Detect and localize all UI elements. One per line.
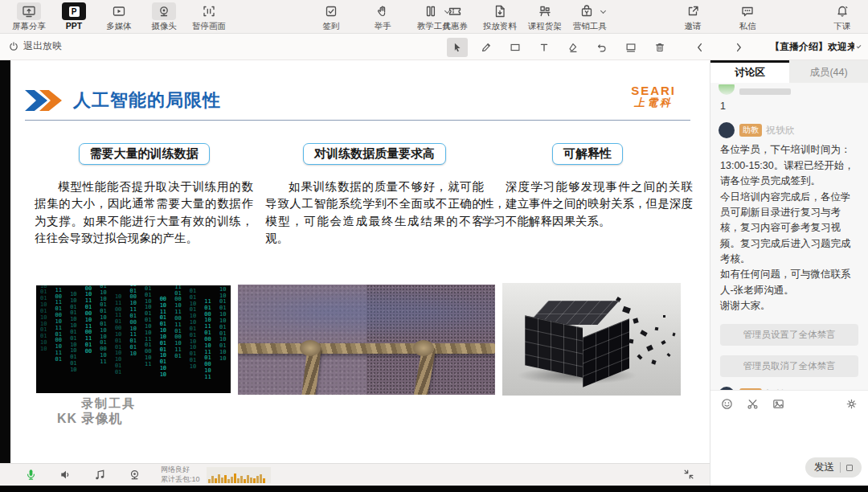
bottom-letterbox-strip: [0, 486, 868, 492]
next-slide-button[interactable]: [728, 38, 749, 57]
multimedia-label: 多媒体: [106, 21, 132, 32]
chat-message: 助教 祝轶欣 各位学员，下午培训时间为：13:00-15:30。课程已经开始，请…: [719, 122, 860, 314]
coupon-icon: [443, 2, 467, 20]
image-button[interactable]: [772, 397, 785, 414]
heading-box: 可解释性: [552, 143, 623, 165]
top-toolbar: 屏幕分享 P PPT 多媒体 摄像头: [0, 0, 868, 34]
send-label: 发送: [814, 461, 834, 474]
marketing-tools-label: 营销工具: [573, 21, 607, 32]
pause-screen-label: 暂停画面: [192, 21, 226, 32]
whiteboard-icon: [624, 41, 637, 54]
chat-input-area: 发送: [710, 391, 868, 486]
rope-knot: [413, 340, 434, 356]
board-tool[interactable]: [620, 38, 641, 57]
smiley-icon: [720, 397, 734, 411]
course-shelf-icon: [533, 2, 557, 20]
webcam-button[interactable]: [128, 468, 141, 482]
undo-icon: [596, 41, 608, 54]
materials-button[interactable]: 投放资料: [479, 2, 521, 32]
send-options-button[interactable]: [846, 465, 853, 471]
check-in-button[interactable]: 签到: [310, 2, 352, 32]
direct-message-button[interactable]: 私信: [727, 2, 768, 32]
invite-button[interactable]: 邀请: [672, 2, 714, 32]
end-class-label: 下课: [834, 21, 851, 32]
marketing-tools-button[interactable]: 营销工具: [569, 2, 611, 32]
heading-box: 对训练数据质量要求高: [303, 143, 446, 165]
coupon-label: 优惠券: [442, 21, 468, 32]
tab-discussion[interactable]: 讨论区: [710, 60, 789, 83]
marketing-tool-group: 优惠券 投放资料 课程货架 营销工具: [434, 2, 611, 32]
live-room-title-bar[interactable]: 【直播介绍】欢迎来到上海电器...: [770, 34, 860, 60]
rope-knot: [300, 340, 321, 356]
network-status-line: 网络良好: [161, 465, 200, 475]
slide-title: 人工智能的局限性: [73, 88, 221, 113]
undo-tool[interactable]: [592, 38, 612, 57]
invite-label: 邀请: [685, 21, 702, 32]
prev-slide-button[interactable]: [690, 38, 710, 57]
slide-column-2: 对训练数据质量要求高 如果训练数据的质量不够好，就可能导致人工智能系统学到不全面…: [265, 143, 484, 248]
rectangle-tool[interactable]: [505, 38, 526, 57]
course-shelf-button[interactable]: 课程货架: [524, 2, 566, 32]
rope-image-haze: [238, 285, 495, 345]
emoji-button[interactable]: [720, 397, 734, 414]
marketing-tools-icon: [575, 2, 599, 20]
send-button[interactable]: 发送: [805, 457, 862, 478]
column-body: 深度学习能够发现事件之间的关联性，建立事件之间的映射关系，但是深度学习不能解释因…: [482, 178, 693, 230]
column-body: 模型性能能否提升取决于训练用的数据集的大小，因此通常需要大量的数据作为支撑。如果…: [35, 178, 253, 248]
text-icon: [538, 41, 551, 54]
screen-share-button[interactable]: 屏幕分享: [8, 2, 50, 32]
ppt-icon: P: [62, 2, 86, 20]
network-status: 网络良好 累计丢包:10: [161, 465, 200, 484]
exit-slideshow-label: 退出放映: [23, 39, 62, 53]
text-tool[interactable]: [534, 38, 555, 57]
annotation-toolbar: [447, 36, 749, 58]
chat-settings-button[interactable]: [845, 397, 858, 414]
eraser-icon: [567, 41, 579, 54]
exit-fullscreen-button[interactable]: [682, 468, 695, 484]
camera-button[interactable]: 摄像头: [143, 2, 185, 32]
chat-tabs: 讨论区 成员(44): [710, 60, 868, 83]
trash-icon: [653, 41, 666, 54]
multimedia-icon: [107, 2, 131, 20]
tab-members[interactable]: 成员(44): [789, 60, 868, 83]
system-message: 管理员设置了全体禁言: [720, 324, 858, 346]
title-divider: [25, 120, 690, 121]
exit-slideshow-button[interactable]: 退出放映: [8, 39, 62, 53]
slide-navigation: [690, 38, 749, 57]
raise-hand-label: 举手: [375, 21, 391, 32]
rectangle-icon: [509, 41, 522, 54]
trash-tool[interactable]: [649, 38, 670, 57]
end-class-button[interactable]: 下课: [821, 2, 863, 32]
watermark-line2: KK 录像机: [57, 411, 136, 426]
raise-hand-button[interactable]: 举手: [362, 2, 403, 32]
check-in-icon: [319, 2, 343, 20]
interaction-tool-group: 签到 举手 教学工具: [310, 2, 455, 32]
screen-share-icon: [17, 2, 41, 20]
rope-comparison-image: [238, 285, 495, 395]
multimedia-button[interactable]: 多媒体: [98, 2, 140, 32]
ppt-button[interactable]: P PPT: [53, 2, 95, 32]
course-shelf-label: 课程货架: [528, 21, 562, 32]
screenshot-button[interactable]: [746, 397, 760, 414]
binary-matrix-image: 0110100101100110100101101010110011010010…: [36, 285, 231, 393]
presentation-area: 人工智能的局限性 SEARI 上電科 需要大量的训练数据 模型性能能否提升取决于…: [0, 60, 710, 463]
background-music-button[interactable]: [93, 468, 107, 482]
live-room-title: 【直播介绍】欢迎来到上海电器...: [770, 40, 854, 54]
pen-tool[interactable]: [476, 38, 497, 57]
coupon-button[interactable]: 优惠券: [434, 2, 476, 32]
column-body: 如果训练数据的质量不够好，就可能导致人工智能系统学到不全面或不正确的模型，可能会…: [265, 178, 484, 248]
pause-screen-button[interactable]: 暂停画面: [188, 2, 230, 32]
slide-column-1: 需要大量的训练数据 模型性能能否提升取决于训练用的数据集的大小，因此通常需要大量…: [35, 143, 253, 248]
chat-input-toolbar: [710, 391, 868, 420]
microphone-button[interactable]: [24, 468, 38, 482]
webcam-icon: [128, 468, 141, 482]
select-tool[interactable]: [447, 38, 468, 57]
speaker-button[interactable]: [59, 468, 72, 482]
pause-screen-icon: [197, 2, 221, 20]
eraser-tool[interactable]: [563, 38, 583, 57]
materials-icon: [488, 2, 512, 20]
power-icon: [8, 41, 19, 52]
send-row: 发送: [805, 457, 862, 478]
session-tool-group: 邀请 私信: [672, 2, 768, 32]
username: 祝轶欣: [766, 124, 795, 137]
